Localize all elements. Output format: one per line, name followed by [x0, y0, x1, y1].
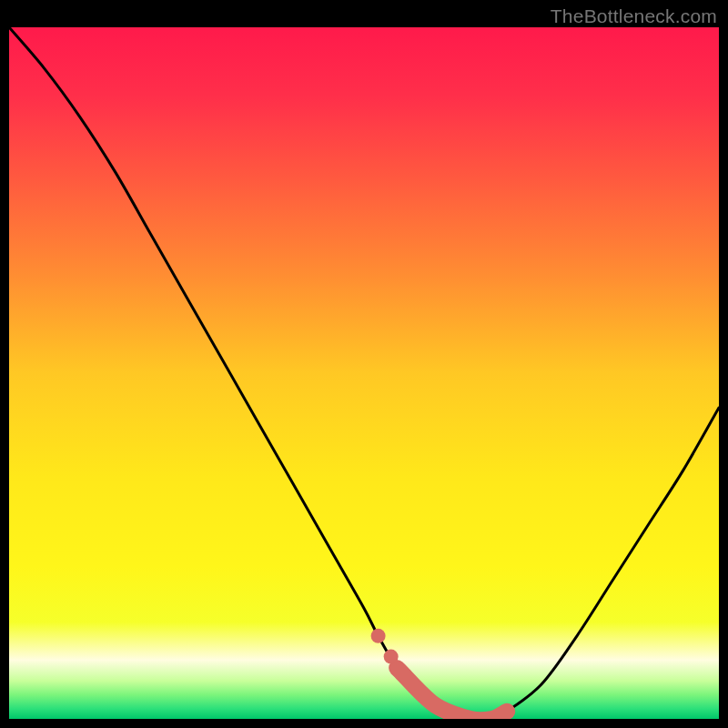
bottleneck-chart: [9, 27, 719, 719]
attribution-label: TheBottleneck.com: [551, 5, 717, 27]
chart-background: [9, 27, 719, 719]
chart-frame: [9, 27, 719, 719]
sweet-spot-dot-1: [371, 629, 386, 643]
sweet-spot-dot-2: [384, 650, 399, 664]
